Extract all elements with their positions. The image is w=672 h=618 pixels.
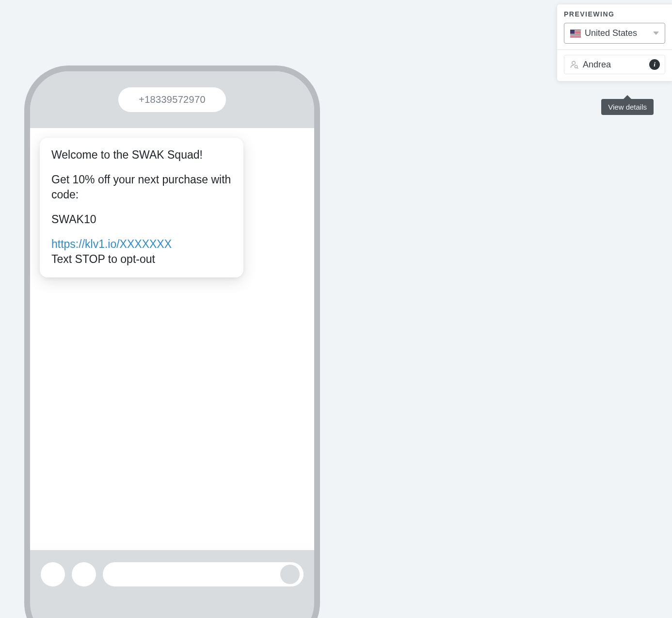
country-label: United States	[585, 28, 649, 38]
preview-panel-title: PREVIEWING	[564, 10, 665, 18]
message-line-discount: Get 10% off your next purchase with code…	[51, 172, 232, 202]
view-details-tooltip: View details	[601, 99, 654, 115]
svg-rect-4	[570, 33, 581, 34]
svg-rect-6	[570, 36, 581, 36]
panel-divider	[557, 49, 672, 50]
recipient-name: Andrea	[583, 60, 645, 70]
svg-rect-5	[570, 35, 581, 35]
svg-line-10	[577, 67, 578, 68]
search-person-icon	[569, 60, 579, 69]
info-icon[interactable]: i	[649, 59, 660, 70]
country-select[interactable]: United States	[564, 23, 665, 44]
phone-footer-action-2	[72, 562, 96, 586]
svg-rect-7	[570, 30, 575, 34]
phone-message-area: Welcome to the SWAK Squad! Get 10% off y…	[30, 128, 314, 550]
sender-number-pill: +18339572970	[118, 87, 226, 112]
sms-message-bubble: Welcome to the SWAK Squad! Get 10% off y…	[40, 138, 243, 277]
message-line-welcome: Welcome to the SWAK Squad!	[51, 147, 232, 163]
message-line-code: SWAK10	[51, 212, 232, 227]
phone-mockup: +18339572970 Welcome to the SWAK Squad! …	[24, 65, 320, 618]
phone-footer	[30, 550, 314, 599]
svg-point-8	[572, 61, 576, 65]
phone-footer-action-1	[41, 562, 65, 586]
phone-footer-input	[103, 562, 304, 586]
message-line-link: https://klv1.io/XXXXXXX	[51, 237, 232, 252]
svg-point-9	[575, 65, 577, 68]
phone-header: +18339572970	[30, 71, 314, 128]
message-line-optout: Text STOP to opt-out	[51, 252, 232, 267]
preview-panel: PREVIEWING United States	[557, 4, 672, 81]
us-flag-icon	[570, 30, 581, 37]
message-short-link[interactable]: https://klv1.io/XXXXXXX	[51, 238, 172, 250]
chevron-down-icon	[653, 32, 659, 35]
recipient-select[interactable]: Andrea i	[564, 55, 665, 74]
